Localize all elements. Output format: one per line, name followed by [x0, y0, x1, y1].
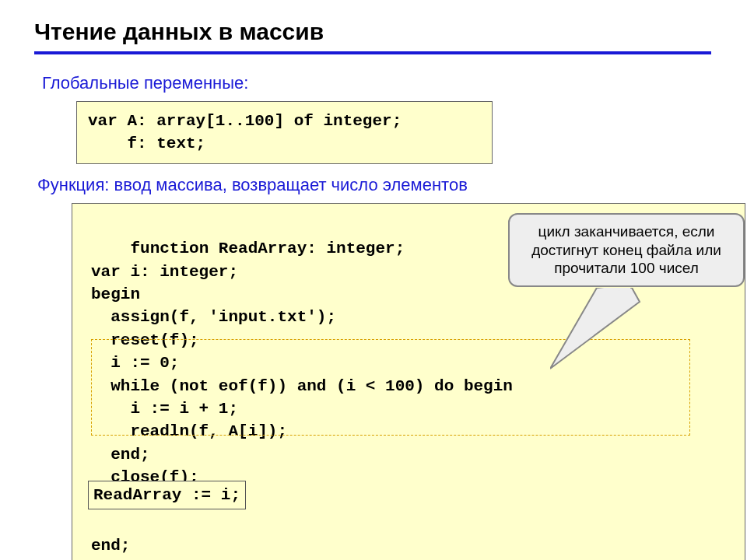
slide: Чтение данных в массив Глобальные переме… — [0, 0, 747, 560]
code-global-vars: var A: array[1..100] of integer; f: text… — [76, 101, 493, 164]
svg-marker-0 — [550, 288, 640, 369]
code-function: function ReadArray: integer; var i: inte… — [72, 203, 745, 560]
title-rule — [34, 51, 711, 54]
heading-function: Функция: ввод массива, возвращает число … — [37, 175, 713, 195]
svg-marker-1 — [598, 288, 632, 292]
heading-globals: Глобальные переменные: — [42, 73, 713, 93]
page-title: Чтение данных в массив — [34, 19, 713, 50]
callout-bubble: цикл заканчивается, если достигнут конец… — [508, 213, 745, 287]
return-statement-box: ReadArray := i; — [88, 481, 246, 509]
callout-tail-icon — [550, 288, 644, 373]
